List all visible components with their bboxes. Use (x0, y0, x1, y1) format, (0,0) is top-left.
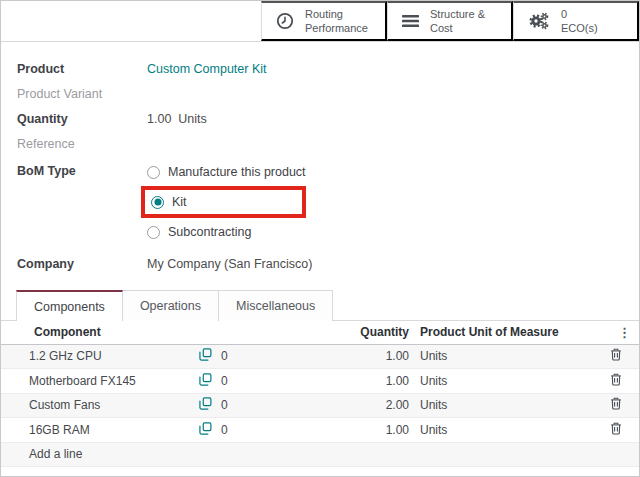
forecast-copy-icon[interactable] (199, 373, 212, 389)
forecast-copy-icon[interactable] (199, 348, 212, 364)
field-bom-type: BoM Type Manufacture this product Kit Su… (17, 160, 623, 244)
tab-operations[interactable]: Operations (123, 290, 219, 321)
field-quantity: Quantity 1.00 Units (17, 106, 623, 131)
quantity-cell[interactable]: 1.00 (283, 344, 411, 369)
delete-row-icon[interactable] (610, 422, 622, 435)
bom-form-view: Routing Performance Structure & Cost (0, 0, 640, 477)
structure-cost-button[interactable]: Structure & Cost (387, 1, 513, 41)
table-row[interactable]: 1.2 GHz CPU 0 1.00 Units (1, 344, 639, 369)
radio-option-subcontracting[interactable]: Subcontracting (147, 220, 306, 244)
radio-option-subcontracting-label: Subcontracting (168, 225, 251, 239)
table-row[interactable]: Motherboard FX145 0 1.00 Units (1, 369, 639, 394)
field-company: Company My Company (San Francisco) (17, 251, 623, 276)
delete-row-icon[interactable] (610, 348, 622, 361)
stat-button-bar: Routing Performance Structure & Cost (1, 1, 639, 42)
quantity-uom: Units (178, 112, 206, 126)
radio-unchecked-icon[interactable] (147, 226, 160, 239)
form-sheet: Product Custom Computer Kit Product Vari… (1, 42, 639, 276)
table-header-row: Component Quantity Product Unit of Measu… (1, 321, 639, 344)
field-reference: Reference (17, 131, 623, 156)
reference-label: Reference (17, 137, 147, 151)
field-product-variant: Product Variant (17, 81, 623, 106)
radio-option-kit-label: Kit (172, 195, 187, 209)
component-cell[interactable]: Motherboard FX145 (1, 369, 191, 394)
quantity-cell[interactable]: 1.00 (283, 418, 411, 443)
header-uom[interactable]: Product Unit of Measure (411, 321, 601, 344)
components-table: Component Quantity Product Unit of Measu… (1, 321, 639, 467)
radio-checked-icon[interactable] (151, 196, 164, 209)
notebook-tabs: Components Operations Miscellaneous (1, 289, 639, 321)
eco-count-label: 0 ECO(s) (561, 7, 598, 36)
radio-option-manufacture[interactable]: Manufacture this product (147, 160, 306, 184)
product-value-link[interactable]: Custom Computer Kit (147, 62, 266, 76)
component-cell[interactable]: Custom Fans (1, 393, 191, 418)
clock-icon (275, 11, 295, 31)
bom-type-options: Manufacture this product Kit Subcontract… (147, 160, 306, 244)
table-row[interactable]: 16GB RAM 0 1.00 Units (1, 418, 639, 443)
uom-cell[interactable]: Units (411, 393, 601, 418)
quantity-label: Quantity (17, 112, 147, 126)
field-product: Product Custom Computer Kit (17, 56, 623, 81)
component-cell[interactable]: 16GB RAM (1, 418, 191, 443)
forecast-value: 0 (221, 398, 228, 412)
radio-option-kit[interactable]: Kit (151, 193, 187, 211)
add-line-row[interactable]: Add a line (1, 442, 639, 467)
bom-type-label: BoM Type (17, 160, 147, 178)
bars-icon (401, 12, 420, 30)
quantity-value[interactable]: 1.00 (147, 112, 171, 126)
header-component[interactable]: Component (1, 321, 191, 344)
radio-unchecked-icon[interactable] (147, 166, 160, 179)
annotation-highlight-box: Kit (141, 186, 306, 218)
table-row[interactable]: Custom Fans 0 2.00 Units (1, 393, 639, 418)
forecast-value: 0 (221, 349, 228, 363)
routing-performance-button[interactable]: Routing Performance (261, 1, 387, 41)
radio-option-manufacture-label: Manufacture this product (168, 165, 306, 179)
header-quantity[interactable]: Quantity (283, 321, 411, 344)
company-label: Company (17, 257, 147, 271)
tab-components[interactable]: Components (16, 290, 123, 321)
uom-cell[interactable]: Units (411, 418, 601, 443)
forecast-copy-icon[interactable] (199, 397, 212, 413)
eco-count-button[interactable]: 0 ECO(s) (513, 1, 639, 41)
forecast-value: 0 (221, 374, 228, 388)
add-line-link[interactable]: Add a line (1, 442, 639, 467)
routing-performance-label: Routing Performance (305, 7, 368, 36)
structure-cost-label: Structure & Cost (430, 7, 485, 36)
uom-cell[interactable]: Units (411, 344, 601, 369)
delete-row-icon[interactable] (610, 397, 622, 410)
uom-cell[interactable]: Units (411, 369, 601, 394)
quantity-cell[interactable]: 2.00 (283, 393, 411, 418)
company-value[interactable]: My Company (San Francisco) (147, 257, 312, 271)
header-forecast (191, 321, 283, 344)
forecast-value: 0 (221, 423, 228, 437)
gears-icon (527, 11, 551, 31)
delete-row-icon[interactable] (610, 373, 622, 386)
forecast-copy-icon[interactable] (199, 422, 212, 438)
tab-miscellaneous[interactable]: Miscellaneous (219, 290, 333, 321)
component-cell[interactable]: 1.2 GHz CPU (1, 344, 191, 369)
product-variant-label: Product Variant (17, 87, 147, 101)
product-label: Product (17, 62, 147, 76)
quantity-cell[interactable]: 1.00 (283, 369, 411, 394)
optional-columns-icon[interactable]: ⋮ (618, 325, 631, 340)
